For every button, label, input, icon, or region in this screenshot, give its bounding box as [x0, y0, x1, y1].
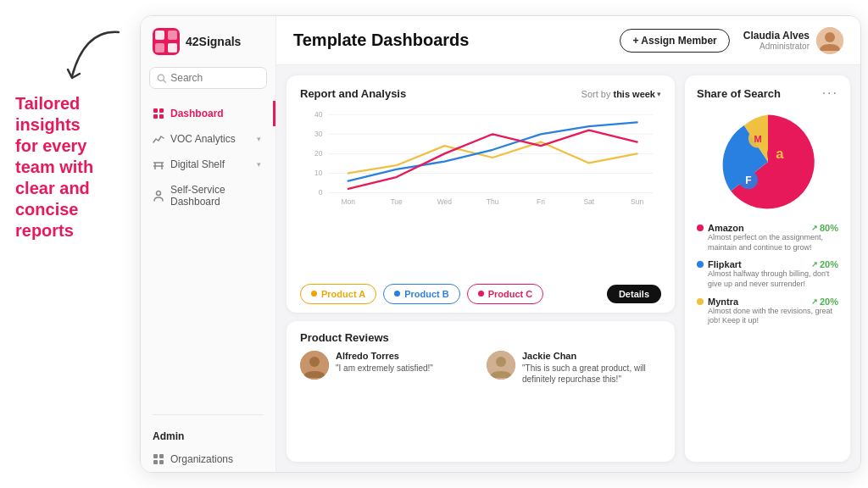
svg-point-42: [496, 357, 506, 367]
svg-text:Sun: Sun: [631, 197, 643, 206]
reviewer-name-jackie: Jackie Chan: [522, 351, 661, 361]
avatar: [816, 27, 843, 54]
sort-arrow-icon[interactable]: ▾: [657, 90, 661, 98]
sos-title: Share of Search: [697, 87, 822, 100]
svg-rect-18: [153, 460, 158, 464]
svg-rect-4: [168, 43, 177, 53]
reviews-card: Product Reviews: [287, 321, 675, 462]
sort-value[interactable]: this week: [613, 89, 655, 99]
dashboard-icon: [153, 108, 164, 119]
svg-text:40: 40: [314, 110, 323, 119]
sidebar: 42Signals Dashboard: [141, 16, 276, 472]
svg-text:F: F: [745, 175, 751, 186]
user-details: Claudia Alves Administrator: [743, 30, 810, 51]
service-icon: [153, 190, 164, 202]
details-button[interactable]: Details: [607, 285, 661, 303]
product-b-dot: [394, 291, 400, 297]
report-header: Report and Analysis Sort by this week ▾: [300, 87, 661, 100]
amazon-pct-arrow-icon: ↗: [811, 224, 818, 232]
more-options-button[interactable]: ···: [822, 86, 838, 101]
svg-rect-3: [155, 43, 164, 53]
pie-chart-svg: a F M: [717, 111, 819, 213]
sort-label: Sort by: [581, 89, 611, 99]
product-c-label: Product C: [488, 289, 533, 299]
svg-text:M: M: [754, 134, 761, 144]
right-panel: Share of Search ···: [685, 75, 850, 462]
review-item-jackie: Jackie Chan "This is such a great produc…: [487, 351, 661, 385]
amazon-dot: [697, 225, 704, 231]
product-buttons: Product A Product B Product C Details: [300, 284, 661, 304]
sidebar-logo: 42Signals: [141, 28, 275, 67]
svg-rect-19: [159, 460, 164, 464]
product-c-dot: [478, 291, 484, 297]
amazon-name: Amazon: [708, 223, 807, 233]
flipkart-dot: [697, 261, 704, 268]
myntra-pct: ↗ 20%: [811, 297, 838, 307]
svg-rect-10: [159, 114, 164, 119]
product-c-button[interactable]: Product C: [467, 284, 544, 304]
user-role: Administrator: [743, 42, 810, 51]
legend-flipkart: Flipkart ↗ 20% Almost halfway through bi…: [697, 259, 838, 289]
sidebar-item-digital-shelf[interactable]: Digital Shelf ▾: [141, 152, 275, 177]
svg-text:0: 0: [319, 188, 323, 197]
sidebar-item-voc[interactable]: VOC Analytics ▾: [141, 126, 275, 152]
sidebar-nav: Dashboard VOC Analytics ▾: [141, 101, 275, 409]
shelf-icon: [153, 158, 164, 170]
myntra-dot: [697, 298, 704, 305]
main-card: 42Signals Dashboard: [140, 15, 861, 473]
sidebar-item-dashboard[interactable]: Dashboard: [141, 101, 275, 126]
reviewer-info-alfredo: Alfredo Torres "I am extremely satisfied…: [336, 351, 475, 385]
flipkart-pct: ↗ 20%: [811, 259, 838, 269]
svg-text:30: 30: [314, 130, 323, 138]
reviews-grid: Alfredo Torres "I am extremely satisfied…: [300, 351, 661, 385]
sidebar-item-label: Digital Shelf: [170, 158, 225, 170]
product-a-button[interactable]: Product A: [300, 284, 376, 304]
myntra-name: Myntra: [708, 297, 807, 307]
user-name: Claudia Alves: [743, 30, 810, 42]
amazon-desc: Almost perfect on the assignment, mainta…: [708, 233, 838, 252]
chart-area: 40 30 20 10 0 Mon Tue Wed Thu Fri: [300, 107, 661, 279]
product-b-button[interactable]: Product B: [383, 284, 460, 304]
svg-text:Sat: Sat: [583, 197, 594, 206]
line-chart: 40 30 20 10 0 Mon Tue Wed Thu Fri: [300, 107, 661, 208]
sidebar-divider: [153, 414, 264, 415]
search-input[interactable]: [170, 72, 259, 84]
sidebar-item-label: Self-Service Dashboard: [170, 184, 261, 208]
voc-icon: [153, 133, 164, 145]
svg-rect-7: [153, 108, 158, 113]
svg-rect-16: [153, 454, 158, 458]
svg-rect-9: [153, 114, 158, 119]
sidebar-item-label: VOC Analytics: [170, 133, 236, 145]
svg-line-6: [164, 80, 166, 82]
svg-point-40: [309, 357, 320, 367]
topbar: Template Dashboards + Assign Member Clau…: [276, 16, 860, 65]
svg-point-15: [157, 191, 161, 196]
svg-point-21: [825, 32, 835, 42]
svg-text:Wed: Wed: [437, 197, 453, 206]
product-a-dot: [311, 291, 317, 297]
report-card: Report and Analysis Sort by this week ▾: [287, 75, 675, 313]
svg-text:Mon: Mon: [342, 197, 356, 206]
sidebar-item-self-service[interactable]: Self-Service Dashboard: [141, 177, 275, 214]
flipkart-pct-arrow-icon: ↗: [811, 260, 818, 269]
svg-rect-8: [159, 108, 164, 113]
flipkart-desc: Almost halfway through billing, don't gi…: [708, 269, 838, 289]
legend-myntra: Myntra ↗ 20% Almost done with the revisi…: [697, 297, 838, 326]
myntra-pct-arrow-icon: ↗: [811, 297, 818, 306]
sos-legend: Amazon ↗ 80% Almost perfect on the assig…: [697, 223, 838, 326]
reviews-title: Product Reviews: [300, 331, 661, 344]
report-title: Report and Analysis: [300, 87, 581, 100]
sidebar-item-organizations[interactable]: Organizations: [141, 446, 275, 472]
avatar-jackie: [487, 351, 515, 380]
svg-text:10: 10: [314, 169, 323, 177]
search-icon: [157, 73, 166, 84]
content-area: Report and Analysis Sort by this week ▾: [276, 65, 860, 472]
sidebar-brand: 42Signals: [186, 35, 241, 48]
svg-text:a: a: [776, 146, 784, 162]
assign-member-button[interactable]: + Assign Member: [620, 29, 729, 53]
svg-rect-2: [168, 30, 177, 40]
user-info: Claudia Alves Administrator: [743, 27, 843, 54]
sos-card: Share of Search ···: [685, 75, 850, 462]
myntra-desc: Almost done with the revisions, great jo…: [708, 307, 838, 326]
search-box[interactable]: [149, 67, 267, 89]
